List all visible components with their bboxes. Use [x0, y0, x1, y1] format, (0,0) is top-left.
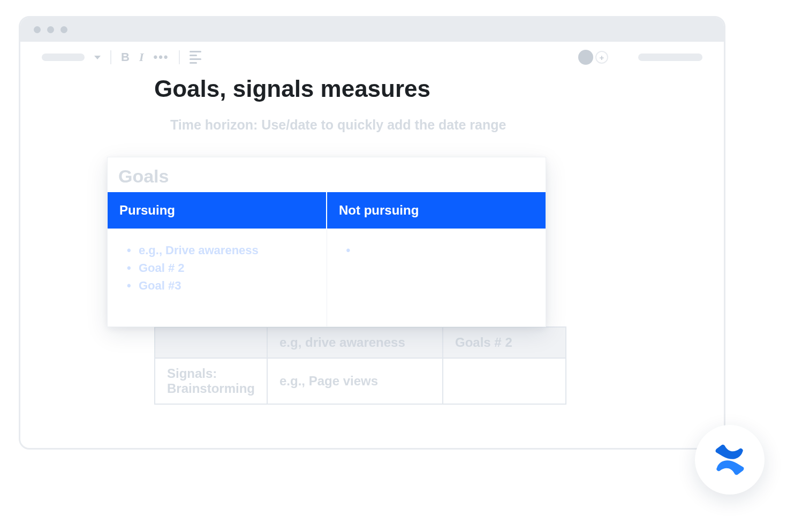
italic-button[interactable]: I: [139, 50, 144, 64]
page-title: Goals, signals measures: [154, 75, 681, 102]
more-formatting-button[interactable]: •••: [153, 56, 169, 59]
add-collaborator-button[interactable]: +: [595, 51, 608, 64]
goals-header-pursuing: Pursuing: [108, 192, 327, 229]
list-item: Goal #3: [127, 277, 315, 294]
sm-col-header-1: e.g, drive awareness: [267, 327, 443, 358]
time-horizon-hint: Time horizon: Use/date to quickly add th…: [170, 117, 681, 133]
sm-cell[interactable]: e.g., Page views: [267, 358, 443, 404]
goals-card-title: Goals: [108, 157, 546, 192]
chevron-down-icon[interactable]: [94, 56, 101, 59]
toolbar-divider: [110, 50, 111, 64]
confluence-logo-badge: [695, 425, 765, 495]
toolbar-divider: [179, 50, 180, 64]
sm-cell[interactable]: [443, 358, 566, 404]
list-item: Goal # 2: [127, 259, 315, 277]
goals-table[interactable]: Pursuing Not pursuing e.g., Drive awaren…: [108, 192, 546, 326]
goals-not-pursuing-cell[interactable]: [327, 229, 546, 326]
window-titlebar: [20, 18, 724, 42]
confluence-icon: [710, 440, 749, 479]
editor-toolbar: B I ••• +: [20, 42, 724, 73]
signals-measures-table[interactable]: e.g, drive awareness Goals # 2 Signals: …: [154, 326, 566, 405]
sm-col-header-2: Goals # 2: [443, 327, 566, 358]
list-item: e.g., Drive awareness: [127, 241, 315, 259]
window-minimize-dot[interactable]: [47, 26, 54, 33]
align-left-icon[interactable]: [190, 51, 201, 64]
style-selector[interactable]: [42, 54, 85, 61]
goals-pursuing-cell[interactable]: e.g., Drive awareness Goal # 2 Goal #3: [108, 229, 327, 326]
window-close-dot[interactable]: [34, 26, 41, 33]
publish-button[interactable]: [638, 54, 702, 61]
bold-button[interactable]: B: [121, 50, 130, 64]
window-maximize-dot[interactable]: [60, 26, 67, 33]
goals-header-not-pursuing: Not pursuing: [327, 192, 546, 229]
sm-row-label: Signals: Brainstorming: [155, 358, 267, 404]
avatar[interactable]: [578, 50, 593, 65]
goals-card: Goals Pursuing Not pursuing e.g., Drive …: [107, 157, 546, 327]
